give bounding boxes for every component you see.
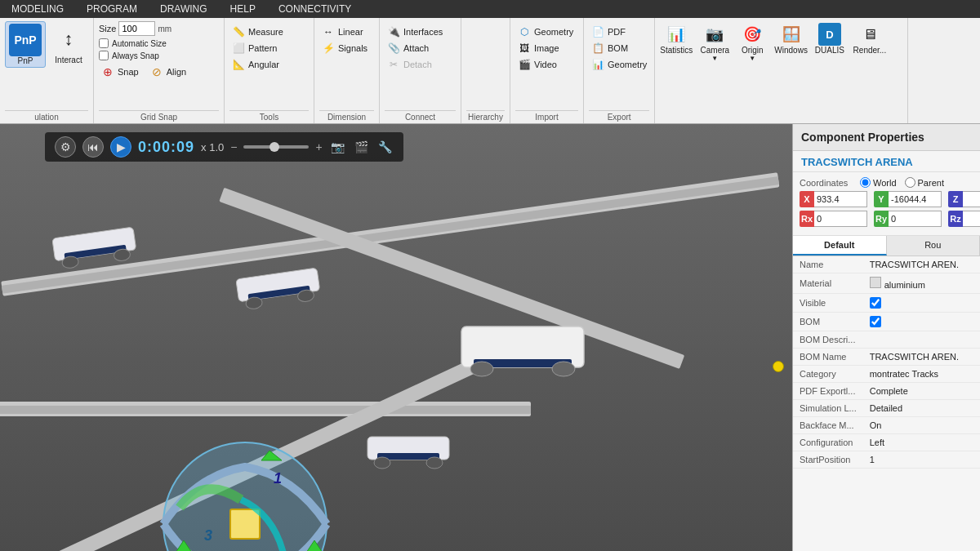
prop-key: Name (793, 256, 863, 273)
parent-radio-label[interactable]: Parent (905, 177, 944, 188)
playback-speed-plus[interactable]: + (315, 140, 322, 153)
interact-button[interactable]: ↕ Interact (49, 21, 88, 66)
prop-row: BOM NameTRACSWITCH AREN. (793, 349, 980, 366)
ribbon-group-tools-label: Tools (229, 110, 309, 122)
alwayssnap-checkbox[interactable] (99, 51, 109, 60)
align-button[interactable]: ⊘ Align (148, 64, 189, 79)
playback-settings-button[interactable]: ⚙ (55, 136, 76, 158)
prop-row: BOM (793, 313, 980, 331)
video-import-button[interactable]: 🎬 Video (515, 57, 559, 72)
right-panel: Component Properties TRACSWITCH ARENA Co… (792, 124, 980, 551)
snap-button[interactable]: ⊕ Snap (99, 64, 141, 79)
svg-point-16 (470, 362, 493, 376)
windows-button[interactable]: 🪟 Windows (771, 21, 811, 56)
prop-row: Categorymontratec Tracks (793, 366, 980, 383)
parent-radio-text: Parent (918, 178, 944, 188)
prop-value: Detailed (863, 400, 980, 417)
ribbon-group-export: 📄 PDF 📋 BOM 📊 Geometry Export (584, 18, 655, 123)
origin-button[interactable]: 🎯 Origin ▼ (733, 21, 771, 64)
nav-program[interactable]: PROGRAM (75, 2, 149, 16)
nav-drawing[interactable]: DRAWING (149, 2, 219, 16)
prop-key: BOM (793, 313, 863, 331)
prop-value (863, 331, 980, 349)
video-import-label: Video (534, 60, 557, 69)
prop-key: StartPosition (793, 451, 863, 469)
prop-key: PDF Exportl... (793, 383, 863, 400)
nav-help[interactable]: HELP (219, 2, 267, 16)
ribbon-group-dimension-label: Dimension (319, 110, 374, 122)
checkbox-cell[interactable] (870, 316, 973, 327)
camera-arrow: ▼ (711, 55, 718, 62)
ribbon-group-pnp: PnP PnP ↕ Interact ulation (0, 18, 94, 123)
playback-speed-slider[interactable] (243, 145, 309, 149)
ribbon-pnp-items: PnP PnP ↕ Interact (5, 21, 88, 110)
angular-button[interactable]: 📐 Angular (229, 57, 282, 72)
playback-speed-thumb[interactable] (270, 142, 279, 152)
bom-export-label: BOM (608, 43, 628, 53)
panel-tab-rou[interactable]: Rou (887, 236, 981, 256)
measure-label: Measure (248, 27, 283, 37)
ry-field: Ry 0 (874, 211, 942, 227)
prop-key: BOM Name (793, 349, 863, 366)
dualis-button[interactable]: D DUALIS (811, 21, 849, 56)
playback-speed-minus[interactable]: − (230, 140, 237, 153)
image-import-button[interactable]: 🖼 Image (515, 41, 562, 56)
z-value (963, 191, 980, 207)
interfaces-icon: 🔌 (387, 25, 400, 38)
measure-button[interactable]: 📏 Measure (229, 24, 286, 39)
nav-connectivity[interactable]: CONNECTIVITY (267, 2, 363, 16)
rz-value (963, 211, 980, 227)
pnp-button[interactable]: PnP PnP (5, 21, 46, 68)
linear-button[interactable]: ↔ Linear (319, 24, 366, 39)
size-label: Size (99, 24, 116, 33)
pattern-label: Pattern (248, 43, 277, 53)
carrier-lower (368, 437, 449, 469)
playback-play-button[interactable]: ▶ (110, 136, 131, 158)
bom-export-button[interactable]: 📋 BOM (589, 41, 630, 56)
statistics-button[interactable]: 📊 Statistics (657, 21, 696, 56)
playback-rewind-button[interactable]: ⏮ (82, 136, 104, 158)
z-key: Z (948, 191, 963, 207)
prop-checkbox[interactable] (870, 316, 881, 327)
interfaces-button[interactable]: 🔌 Interfaces (385, 24, 445, 39)
world-radio-text: World (873, 178, 897, 188)
prop-row: NameTRACSWITCH AREN. (793, 256, 980, 273)
autosize-checkbox-row[interactable]: Automatic Size (99, 38, 167, 48)
detach-button[interactable]: ✂ Detach (385, 57, 434, 72)
prop-key: Category (793, 366, 863, 383)
attach-button[interactable]: 📎 Attach (385, 41, 431, 56)
ribbon-connect-items: 🔌 Interfaces 📎 Attach ✂ Detach (385, 24, 456, 110)
world-radio[interactable] (860, 177, 871, 188)
signals-button[interactable]: ⚡ Signals (319, 41, 370, 56)
prop-checkbox[interactable] (870, 297, 881, 309)
alwayssnap-checkbox-row[interactable]: Always Snap (99, 51, 159, 60)
parent-radio[interactable] (905, 177, 915, 188)
pattern-button[interactable]: ⬜ Pattern (229, 41, 279, 56)
nav-modeling[interactable]: MODELING (0, 2, 75, 16)
checkbox-cell[interactable] (870, 297, 973, 309)
geometry-export-button[interactable]: 📊 Geometry (589, 57, 649, 72)
ribbon-group-hierarchy-label: Hierarchy (466, 110, 505, 122)
playback-video-button[interactable]: 🎬 (353, 139, 370, 155)
signals-label: Signals (338, 43, 368, 53)
nav-bar: MODELING PROGRAM DRAWING HELP CONNECTIVI… (0, 0, 980, 18)
panel-tab-default[interactable]: Default (793, 236, 887, 256)
xyz-row: X 933.4 Y -16044.4 Z (800, 191, 973, 207)
pdf-export-button[interactable]: 📄 PDF (589, 24, 628, 39)
prop-row: Backface M...On (793, 417, 980, 434)
camera-button[interactable]: 📷 Camera ▼ (696, 21, 733, 64)
size-input[interactable] (118, 21, 155, 36)
viewport[interactable]: 1 3 2 ⚙ ⏮ ▶ 0:00:09 x 1.0 − + 📷 🎬 (0, 124, 792, 551)
attach-icon: 📎 (387, 42, 400, 55)
alwayssnap-label: Always Snap (112, 51, 159, 60)
prop-value: aluminium (863, 273, 980, 294)
render-button[interactable]: 🖥 Render... (849, 21, 891, 56)
rz-key: Rz (948, 211, 963, 227)
autosize-checkbox[interactable] (99, 38, 109, 48)
camera-icon: 📷 (703, 23, 726, 46)
playback-screenshot-button[interactable]: 📷 (329, 139, 346, 155)
geometry-import-button[interactable]: ⬡ Geometry (515, 24, 576, 39)
playback-options-button[interactable]: 🔧 (376, 139, 394, 155)
world-radio-label[interactable]: World (860, 177, 897, 188)
statistics-label: Statistics (660, 46, 693, 55)
